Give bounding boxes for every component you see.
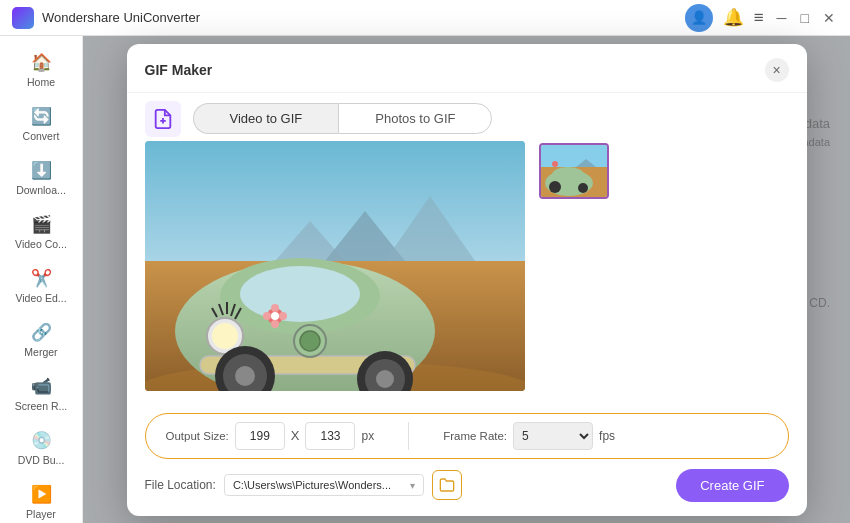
preview-image [145,141,525,391]
video-compress-icon: 🎬 [31,214,52,235]
svg-rect-2 [145,141,525,261]
sidebar-item-dvd-burn[interactable]: 💿 DVD Bu... [0,422,82,474]
video-edit-icon: ✂️ [31,268,52,289]
folder-icon [439,477,455,493]
sidebar-item-screen-record[interactable]: 📹 Screen R... [0,368,82,420]
dialog-body [127,141,807,405]
output-size-label: Output Size: [166,430,229,442]
thumbnail-image [541,145,609,199]
file-location-left: File Location: C:\Users\ws\Pictures\Wond… [145,470,462,500]
settings-row: Output Size: X px Frame Rate: 5 10 15 [145,413,789,459]
output-size-group: Output Size: X px [166,422,375,450]
svg-rect-33 [541,145,609,167]
settings-separator [408,422,409,450]
sidebar-label-player: Player [26,508,56,520]
dialog-title: GIF Maker [145,62,213,78]
file-location-label: File Location: [145,478,216,492]
minimize-button[interactable]: ─ [774,10,790,26]
top-right-icons: 👤 🔔 ≡ ─ □ ✕ [685,4,838,32]
create-gif-button[interactable]: Create GIF [676,469,788,502]
sidebar-item-download[interactable]: ⬇️ Downloa... [0,152,82,204]
path-dropdown-icon[interactable]: ▾ [410,480,415,491]
svg-point-26 [271,312,279,320]
x-separator: X [291,428,300,443]
file-location-row: File Location: C:\Users\ws\Pictures\Wond… [127,469,807,516]
svg-point-24 [271,320,279,328]
home-icon: 🏠 [31,52,52,73]
tab-photos-to-gif[interactable]: Photos to GIF [338,103,492,134]
svg-point-37 [552,167,584,183]
add-file-icon [152,108,174,130]
close-button[interactable]: ✕ [820,10,838,26]
menu-icon[interactable]: ≡ [754,8,764,28]
file-location-path: C:\Users\ws\Pictures\Wonders... ▾ [224,474,424,496]
window-controls: ─ □ ✕ [774,10,838,26]
sidebar-item-player[interactable]: ▶️ Player [0,476,82,523]
dialog-close-button[interactable]: × [765,58,789,82]
sidebar-label-download: Downloa... [16,184,66,196]
svg-point-38 [549,181,561,193]
player-icon: ▶️ [31,484,52,505]
dialog-header: GIF Maker × [127,44,807,93]
sidebar-label-home: Home [27,76,55,88]
maximize-button[interactable]: □ [798,10,812,26]
sidebar-item-video-edit[interactable]: ✂️ Video Ed... [0,260,82,312]
sidebar-item-video-compress[interactable]: 🎬 Video Co... [0,206,82,258]
frame-rate-select[interactable]: 5 10 15 24 30 [513,422,593,450]
merger-icon: 🔗 [31,322,52,343]
height-input[interactable] [305,422,355,450]
file-path-text: C:\Users\ws\Pictures\Wonders... [233,479,391,491]
fps-unit: fps [599,429,615,443]
add-media-row: Video to GIF Photos to GIF [127,93,807,141]
sidebar-item-convert[interactable]: 🔄 Convert [0,98,82,150]
width-input[interactable] [235,422,285,450]
svg-point-29 [235,366,255,386]
download-icon: ⬇️ [31,160,52,181]
dvd-burn-icon: 💿 [31,430,52,451]
sidebar-label-merger: Merger [24,346,57,358]
sidebar-item-home[interactable]: 🏠 Home [0,44,82,96]
sidebar-label-video-edit: Video Ed... [15,292,66,304]
thumbnail-item[interactable] [539,143,609,199]
sidebar-item-merger[interactable]: 🔗 Merger [0,314,82,366]
app-title: Wondershare UniConverter [42,10,200,25]
svg-point-40 [552,161,558,167]
titlebar: Wondershare UniConverter 👤 🔔 ≡ ─ □ ✕ [0,0,850,36]
notification-icon[interactable]: 🔔 [723,7,744,28]
px-unit: px [361,429,374,443]
add-media-button[interactable] [145,101,181,137]
convert-icon: 🔄 [31,106,52,127]
titlebar-left: Wondershare UniConverter [12,7,200,29]
sidebar-label-video-compress: Video Co... [15,238,67,250]
sidebar-label-screen-record: Screen R... [15,400,68,412]
screen-record-icon: 📹 [31,376,52,397]
sidebar-label-convert: Convert [23,130,60,142]
tab-video-to-gif[interactable]: Video to GIF [193,103,339,134]
tab-row: Video to GIF Photos to GIF [193,103,493,134]
sidebar-label-dvd-burn: DVD Bu... [18,454,65,466]
frame-rate-label: Frame Rate: [443,430,507,442]
sidebar: 🏠 Home 🔄 Convert ⬇️ Downloa... 🎬 Video C… [0,36,83,523]
svg-point-23 [279,312,287,320]
svg-point-10 [240,266,360,322]
thumbnail-panel [539,141,609,391]
svg-point-20 [300,331,320,351]
svg-point-12 [212,323,238,349]
gif-maker-dialog: GIF Maker × Video t [127,44,807,516]
main-layout: 🏠 Home 🔄 Convert ⬇️ Downloa... 🎬 Video C… [0,36,850,523]
app-logo [12,7,34,29]
svg-point-32 [376,370,394,388]
svg-point-22 [271,304,279,312]
frame-rate-group: Frame Rate: 5 10 15 24 30 fps [443,422,615,450]
svg-point-25 [263,312,271,320]
svg-point-39 [578,183,588,193]
dialog-overlay: GIF Maker × Video t [83,36,850,523]
main-preview [145,141,525,391]
browse-folder-button[interactable] [432,470,462,500]
main-content: data nstadata CD. GIF Maker × [83,36,850,523]
user-avatar-icon[interactable]: 👤 [685,4,713,32]
